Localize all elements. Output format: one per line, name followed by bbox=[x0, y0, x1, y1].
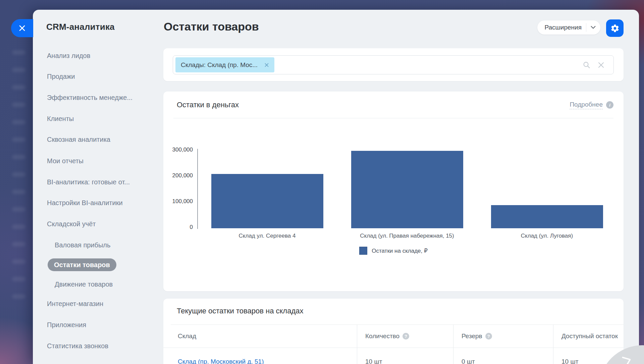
sidebar-item-label: Мои отчеты bbox=[47, 157, 84, 165]
clear-search-icon[interactable] bbox=[597, 61, 605, 69]
background-blur-blob bbox=[12, 155, 25, 159]
sidebar-item-складской-учёт[interactable]: Складской учёт bbox=[33, 214, 149, 234]
sidebar-item-валовая-прибыль[interactable]: Валовая прибыль bbox=[33, 235, 149, 255]
y-axis-tick: 0 bbox=[163, 223, 193, 231]
sidebar-item-продажи[interactable]: Продажи bbox=[33, 66, 149, 87]
sidebar-item-label: Интернет-магазин bbox=[47, 300, 103, 308]
background-blur-blob bbox=[12, 242, 25, 246]
extensions-button-label: Расширения bbox=[545, 24, 582, 31]
y-axis-tick: 100,000 bbox=[163, 197, 193, 205]
filter-tag-label: Склады: Склад (пр. Мос... bbox=[181, 61, 258, 69]
y-axis-line bbox=[197, 149, 198, 229]
sidebar-item-label: Эффективность менедже... bbox=[47, 94, 132, 102]
background-blur-blob bbox=[12, 259, 25, 264]
background-blur-blob bbox=[12, 277, 25, 281]
extensions-button[interactable]: Расширения bbox=[537, 20, 601, 35]
bar-chart: 300,000200,000100,0000Склад ул. Сергеева… bbox=[163, 118, 624, 291]
page-title: Остатки товаров bbox=[164, 20, 259, 33]
y-axis-tick: 300,000 bbox=[163, 146, 193, 154]
table-row-reserve-cell: 0 шт bbox=[453, 348, 553, 364]
current-stock-table-card: Текущие остатки товаров на складах Склад… bbox=[163, 299, 624, 364]
close-icon bbox=[18, 24, 26, 32]
background-blur-blob bbox=[12, 207, 25, 211]
search-icon[interactable] bbox=[583, 61, 591, 69]
gear-icon bbox=[610, 24, 620, 33]
sidebar-item-движение-товаров[interactable]: Движение товаров bbox=[33, 274, 149, 295]
background-blur-blob bbox=[12, 85, 25, 89]
main-content: Остатки товаров Расширения Склады: Склад… bbox=[163, 10, 624, 364]
sidebar-item-label: Сквозная аналитика bbox=[47, 136, 110, 143]
close-panel-button[interactable] bbox=[11, 19, 33, 37]
remove-tag-icon[interactable] bbox=[264, 63, 269, 67]
table-row-warehouse-cell: Склад (пр. Московский д. 51) bbox=[163, 348, 357, 364]
chevron-right-icon bbox=[620, 353, 634, 364]
sidebar-item-мои-отчеты[interactable]: Мои отчеты bbox=[33, 150, 149, 171]
sidebar-item-с[interactable]: С bbox=[33, 357, 149, 364]
background-blur-blob bbox=[12, 294, 25, 299]
help-icon[interactable]: ? bbox=[485, 333, 492, 340]
sidebar-item-label: Остатки товаров bbox=[48, 258, 116, 271]
bar-2 bbox=[351, 151, 463, 228]
column-header-warehouse: Склад bbox=[163, 325, 357, 348]
bar-3 bbox=[491, 205, 603, 228]
sidebar-item-bi-аналитика-готовые-от-[interactable]: BI-аналитика: готовые от... bbox=[33, 172, 149, 192]
sidebar-item-статистика-звонков[interactable]: Статистика звонков bbox=[33, 336, 149, 356]
sidebar-item-label: Анализ лидов bbox=[47, 52, 90, 60]
legend-label: Остатки на складе, ₽ bbox=[372, 247, 428, 254]
chevron-down-icon bbox=[591, 26, 596, 29]
warehouse-link[interactable]: Склад (пр. Московский д. 51) bbox=[178, 358, 264, 364]
background-blur-blob bbox=[12, 50, 25, 55]
settings-button[interactable] bbox=[606, 19, 624, 37]
sidebar-item-интернет-магазин[interactable]: Интернет-магазин bbox=[33, 293, 149, 314]
category-label: Склад (ул. Правая набережная, 15) bbox=[337, 232, 477, 242]
column-header-reserve: Резерв ? bbox=[453, 325, 553, 348]
sidebar-item-label: Клиенты bbox=[47, 115, 74, 123]
background-blur-blob bbox=[12, 103, 25, 107]
sidebar-item-label: Статистика звонков bbox=[47, 342, 108, 350]
chart-card-title: Остатки в деньгах bbox=[177, 101, 239, 109]
sidebar-item-label: Движение товаров bbox=[55, 281, 113, 288]
background-blur-blob bbox=[12, 190, 25, 194]
sidebar-item-клиенты[interactable]: Клиенты bbox=[33, 108, 149, 129]
category-label: Склад (ул. Луговая) bbox=[477, 232, 617, 242]
table-row-quantity-cell: 10 шт bbox=[357, 348, 453, 364]
filter-card: Склады: Склад (пр. Мос... bbox=[163, 48, 624, 81]
sidebar: CRM-аналитика Анализ лидовПродажиЭффекти… bbox=[33, 10, 163, 364]
filter-search-field[interactable]: Склады: Склад (пр. Мос... bbox=[173, 55, 614, 74]
sidebar-item-эффективность-менедже-[interactable]: Эффективность менедже... bbox=[33, 87, 149, 108]
filter-tag-warehouses[interactable]: Склады: Склад (пр. Мос... bbox=[175, 57, 274, 72]
background-blur-blob bbox=[12, 225, 25, 229]
crm-analytics-panel: CRM-аналитика Анализ лидовПродажиЭффекти… bbox=[33, 10, 639, 364]
sidebar-item-сквозная-аналитика[interactable]: Сквозная аналитика bbox=[33, 129, 149, 150]
sidebar-item-приложения[interactable]: Приложения bbox=[33, 314, 149, 335]
filter-field-icons bbox=[583, 61, 607, 69]
sidebar-item-label: BI-аналитика: готовые от... bbox=[47, 178, 130, 186]
chart-legend: Остатки на складе, ₽ bbox=[163, 247, 624, 255]
background-blur-blob bbox=[12, 68, 25, 72]
category-label: Склад ул. Сергеева 4 bbox=[197, 232, 337, 242]
y-axis-tick: 200,000 bbox=[163, 172, 193, 180]
help-icon[interactable]: ? bbox=[402, 333, 409, 340]
info-icon[interactable]: i bbox=[606, 101, 613, 109]
sidebar-item-label: Приложения bbox=[47, 321, 86, 329]
header-actions: Расширения bbox=[537, 19, 624, 37]
money-balance-chart-card: Остатки в деньгах Подробнее i 300,000200… bbox=[163, 92, 624, 291]
background-blur-blob bbox=[12, 137, 25, 142]
button-divider bbox=[586, 23, 586, 32]
sidebar-item-label: Настройки BI-аналитики bbox=[47, 199, 123, 207]
bar-1 bbox=[211, 174, 323, 228]
background-blur-blob bbox=[12, 120, 25, 124]
sidebar-nav: Анализ лидовПродажиЭффективность менедже… bbox=[33, 10, 163, 364]
sidebar-item-label: Складской учёт bbox=[47, 220, 96, 228]
sidebar-item-настройки-bi-аналитики[interactable]: Настройки BI-аналитики bbox=[33, 192, 149, 213]
details-link[interactable]: Подробнее bbox=[570, 101, 603, 109]
column-header-available: Доступный остаток bbox=[553, 325, 624, 348]
sidebar-item-label: Валовая прибыль bbox=[55, 241, 110, 249]
background-blur-blob bbox=[12, 172, 25, 177]
sidebar-item-анализ-лидов[interactable]: Анализ лидов bbox=[33, 45, 149, 66]
legend-swatch bbox=[359, 247, 367, 255]
table-title: Текущие остатки товаров на складах bbox=[177, 307, 304, 315]
sidebar-item-label: Продажи bbox=[47, 73, 75, 80]
sidebar-item-остатки-товаров[interactable]: Остатки товаров bbox=[33, 254, 149, 275]
stock-table: Склад Количество ? Резерв ? Доступный ос… bbox=[163, 325, 624, 364]
